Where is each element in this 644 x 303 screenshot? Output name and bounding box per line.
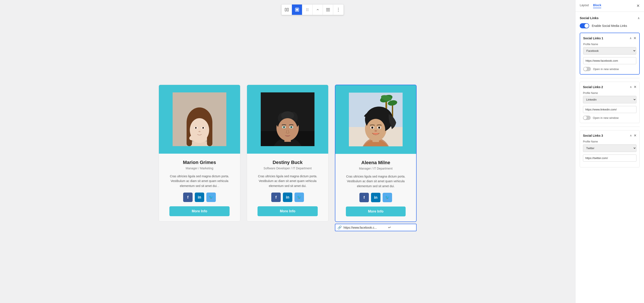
- card-2-twitter-icon[interactable]: 🐦: [294, 192, 304, 202]
- profile-card-1: Marion Grimes Manager / Marketing Cras u…: [159, 85, 240, 231]
- svg-point-30: [203, 127, 204, 128]
- svg-rect-10: [326, 8, 330, 8]
- card-2-linkedin-icon[interactable]: in: [283, 192, 292, 202]
- svg-point-7: [308, 10, 308, 10]
- sidebar: Layout Block ✕ Social Links ∧ Enable Soc…: [575, 0, 644, 303]
- social-links-3-block: Social Links 3 ∧ ✕ Profile Name Facebook…: [580, 130, 640, 168]
- social-links-2-new-window-label: Open in new window: [593, 116, 619, 120]
- enter-icon[interactable]: ↵: [388, 226, 391, 230]
- enable-social-toggle[interactable]: [580, 23, 589, 28]
- svg-rect-12: [326, 11, 330, 11]
- card-3-name: Aleena Milne: [340, 160, 411, 166]
- social-links-1-profile-label: Profile Name: [583, 43, 636, 46]
- svg-point-13: [338, 8, 339, 8]
- sidebar-close-button[interactable]: ✕: [636, 4, 640, 8]
- social-links-2-profile-select[interactable]: Facebook Linkedin Twitter Instagram: [583, 96, 636, 103]
- social-links-1-new-window-knob: [584, 67, 587, 71]
- block-toolbar: [281, 4, 344, 15]
- social-links-3-profile-select[interactable]: Facebook Linkedin Twitter Instagram: [583, 144, 636, 152]
- social-links-1-close[interactable]: ✕: [634, 36, 636, 40]
- social-links-2-profile-group: Profile Name Facebook Linkedin Twitter I…: [583, 92, 636, 103]
- social-links-1-chevron[interactable]: ∧: [630, 36, 632, 40]
- svg-rect-11: [326, 10, 330, 10]
- card-1-more-info-button[interactable]: More Info: [170, 206, 230, 216]
- svg-point-66: [366, 119, 385, 140]
- social-links-2-new-window-row: Open in new window: [583, 116, 636, 120]
- profile-card-2: Destiny Buck Software Developer / IT Dep…: [247, 85, 328, 231]
- card-2-photo: [261, 92, 314, 146]
- card-3-image-area: [335, 85, 416, 154]
- social-links-3-profile-group: Profile Name Facebook Linkedin Twitter I…: [583, 140, 636, 152]
- card-2-more-info-button[interactable]: More Info: [258, 206, 318, 216]
- card-2-body: Destiny Buck Software Developer / IT Dep…: [247, 154, 328, 221]
- card-1-name: Marion Grimes: [164, 160, 235, 165]
- social-links-2-new-window-toggle[interactable]: [583, 116, 591, 120]
- card-2-social-icons: f in 🐦: [252, 192, 323, 202]
- card-3-social-icons: f in 🐦: [340, 193, 411, 202]
- card-3-facebook-icon[interactable]: f: [360, 193, 369, 202]
- card-1-twitter-icon[interactable]: 🐦: [206, 192, 216, 202]
- card-2-image-area: [247, 85, 328, 154]
- social-links-title: Social Links: [580, 16, 599, 20]
- social-links-1-url-input[interactable]: [583, 57, 636, 64]
- svg-point-44: [284, 129, 285, 130]
- social-links-1-actions: ∧ ✕: [630, 36, 636, 40]
- card-3-description: Cras ultricies ligula sed magna dictum p…: [340, 174, 411, 188]
- social-links-3-actions: ∧ ✕: [630, 134, 636, 138]
- url-input[interactable]: [344, 226, 386, 229]
- sidebar-header: Layout Block ✕: [576, 0, 644, 12]
- social-links-1-url-group: [583, 57, 636, 64]
- svg-rect-0: [285, 8, 286, 11]
- svg-point-52: [291, 126, 292, 128]
- social-links-3-url-group: [583, 154, 636, 162]
- social-links-section-header: Social Links ∧: [580, 16, 640, 20]
- card-3-linkedin-icon[interactable]: in: [371, 193, 380, 202]
- social-links-chevron[interactable]: ∧: [638, 16, 640, 20]
- cards-container: Marion Grimes Manager / Marketing Cras u…: [159, 85, 416, 231]
- move-up-button[interactable]: [312, 4, 323, 15]
- social-links-2-block: Social Links 2 ∧ ✕ Profile Name Facebook…: [580, 82, 640, 123]
- svg-point-51: [284, 126, 284, 128]
- social-links-3-profile-label: Profile Name: [583, 140, 636, 143]
- card-2-facebook-icon[interactable]: f: [271, 192, 281, 202]
- columns-button[interactable]: [282, 4, 292, 15]
- svg-point-4: [306, 8, 307, 9]
- enable-social-toggle-knob: [584, 24, 589, 28]
- card-3-twitter-icon[interactable]: 🐦: [382, 193, 392, 202]
- tab-block[interactable]: Block: [593, 4, 601, 8]
- card-1-facebook-icon[interactable]: f: [183, 192, 192, 202]
- card-1-linkedin-icon[interactable]: in: [195, 192, 204, 202]
- tab-layout[interactable]: Layout: [580, 4, 589, 8]
- social-links-3-title: Social Links 3: [583, 134, 603, 137]
- svg-point-9: [308, 10, 308, 11]
- svg-rect-1: [287, 8, 288, 11]
- svg-point-8: [306, 10, 307, 11]
- social-links-2-actions: ∧ ✕: [630, 85, 636, 89]
- block-select-button[interactable]: [292, 4, 302, 15]
- svg-point-71: [372, 127, 373, 128]
- social-links-2-close[interactable]: ✕: [634, 85, 636, 89]
- main-editor-area: Marion Grimes Manager / Marketing Cras u…: [0, 0, 575, 303]
- more-options-button[interactable]: [333, 4, 344, 15]
- drag-button[interactable]: [302, 4, 312, 15]
- card-3-more-info-button[interactable]: More Info: [346, 206, 406, 216]
- link-icon: 🔗: [338, 226, 342, 230]
- card-1-body: Marion Grimes Manager / Marketing Cras u…: [159, 154, 240, 221]
- social-links-3-url-input[interactable]: [583, 154, 636, 162]
- align-button[interactable]: [323, 4, 333, 15]
- svg-point-72: [379, 127, 380, 128]
- social-links-1-new-window-toggle[interactable]: [583, 67, 591, 71]
- svg-point-31: [198, 131, 200, 132]
- social-links-1-profile-select[interactable]: Facebook Linkedin Twitter Instagram: [583, 47, 636, 54]
- social-links-3-chevron[interactable]: ∧: [630, 134, 632, 137]
- svg-point-29: [196, 127, 196, 128]
- social-links-2-url-input[interactable]: [583, 106, 636, 113]
- social-links-1-title: Social Links 1: [583, 36, 603, 40]
- svg-point-15: [338, 11, 339, 12]
- svg-point-6: [306, 10, 307, 10]
- social-links-2-chevron[interactable]: ∧: [630, 85, 632, 88]
- social-links-2-title: Social Links 2: [583, 85, 603, 89]
- card-1-social-icons: f in 🐦: [164, 192, 235, 202]
- social-links-3-close[interactable]: ✕: [634, 134, 636, 138]
- social-links-1-new-window-label: Open in new window: [593, 68, 619, 71]
